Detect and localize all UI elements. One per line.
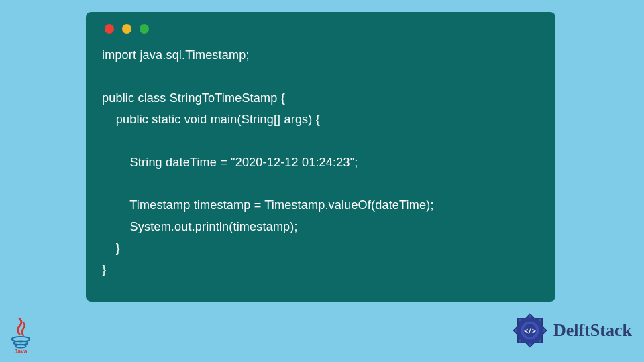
code-line: import java.sql.Timestamp;: [102, 48, 250, 62]
close-icon[interactable]: [105, 24, 114, 34]
code-line: Timestamp timestamp = Timestamp.valueOf(…: [102, 198, 434, 212]
java-logo-icon: Java: [8, 315, 34, 355]
svg-point-7: [529, 315, 531, 318]
svg-text:</>: </>: [524, 327, 536, 335]
delftstack-icon: </>: [511, 311, 549, 350]
delftstack-text: DelftStack: [553, 320, 632, 341]
svg-point-13: [515, 329, 517, 332]
code-line: String dateTime = "2020-12-12 01:24:23";: [102, 156, 358, 169]
svg-point-8: [539, 319, 542, 322]
minimize-icon[interactable]: [122, 24, 131, 34]
svg-text:Java: Java: [14, 348, 27, 355]
code-line: System.out.println(timestamp);: [102, 220, 298, 233]
code-line: public static void main(String[] args) {: [102, 113, 320, 126]
maximize-icon[interactable]: [140, 24, 149, 34]
code-block: import java.sql.Timestamp; public class …: [102, 44, 539, 280]
code-window: import java.sql.Timestamp; public class …: [86, 12, 555, 302]
code-line: }: [102, 241, 120, 255]
svg-point-14: [519, 319, 521, 322]
window-controls: [102, 24, 539, 34]
svg-point-9: [543, 329, 545, 332]
delftstack-logo: </> DelftStack: [511, 311, 632, 350]
code-line: public class StringToTimeStamp {: [102, 91, 285, 105]
svg-point-12: [519, 340, 521, 343]
code-line: }: [102, 263, 106, 276]
svg-point-10: [539, 340, 542, 343]
svg-point-11: [529, 343, 531, 346]
